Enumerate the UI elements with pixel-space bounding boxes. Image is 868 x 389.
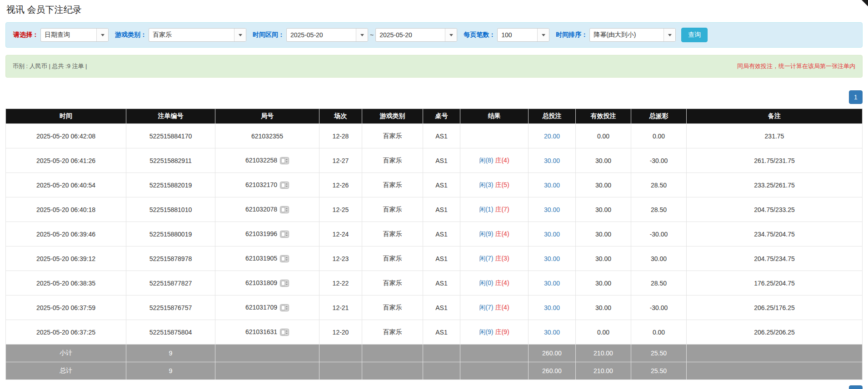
replay-icon[interactable] [280, 231, 289, 238]
cell-game-type: 百家乐 [362, 295, 423, 320]
replay-icon[interactable] [280, 329, 289, 336]
total-row-cell-result [460, 362, 529, 380]
query-type-combobox[interactable]: 日期查询 [40, 28, 109, 42]
game-type-value: 百家乐 [149, 31, 234, 39]
sort-order-label: 时间排序： [556, 31, 588, 39]
chevron-down-icon[interactable] [445, 29, 457, 41]
table-row: 2025-05-20 06:37:59522515876757621031709… [6, 295, 863, 320]
result-banker: 庄(3) [495, 255, 509, 262]
result-player: 闲(9) [479, 328, 493, 335]
replay-icon[interactable] [280, 255, 289, 262]
cell-bet-id: 522515880019 [126, 222, 215, 246]
total-bet-link[interactable]: 30.00 [544, 255, 560, 262]
total-row-cell-game-type [362, 362, 423, 380]
total-bet-link[interactable]: 30.00 [544, 304, 560, 311]
total-bet-link[interactable]: 30.00 [544, 280, 560, 287]
cell-valid-bet: 30.00 [576, 295, 631, 320]
result-banker: 庄(5) [495, 181, 509, 188]
search-button[interactable]: 查询 [681, 28, 708, 42]
result-player: 闲(0) [479, 279, 493, 286]
result-player: 闲(9) [479, 230, 493, 237]
cell-time: 2025-05-20 06:38:35 [6, 271, 126, 295]
subtotal-row-cell-payout: 25.50 [631, 345, 687, 362]
replay-icon[interactable] [280, 206, 289, 213]
cell-round: 621032258 [215, 148, 319, 173]
cell-remark: 204.75/233.25 [687, 197, 863, 222]
replay-icon[interactable] [280, 157, 289, 164]
cell-valid-bet: 30.00 [576, 148, 631, 173]
result-banker: 庄(7) [495, 206, 509, 213]
cell-round: 621031709 [215, 295, 319, 320]
replay-icon[interactable] [280, 304, 289, 311]
game-type-combobox[interactable]: 百家乐 [149, 28, 246, 42]
cell-remark: 231.75 [687, 124, 863, 148]
total-bet-link[interactable]: 30.00 [544, 182, 560, 189]
cell-payout: 0.00 [631, 320, 687, 345]
table-row: 2025-05-20 06:37:25522515875804621031631… [6, 320, 863, 345]
table-header-row: 时间注单编号局号场次游戏类别桌号结果总投注有效投注总派彩备注 [6, 109, 863, 124]
replay-icon[interactable] [280, 280, 289, 287]
replay-icon[interactable] [280, 182, 289, 189]
cell-round: 621032078 [215, 197, 319, 222]
cell-table-no: AS1 [423, 173, 460, 197]
cell-remark: 261.75/231.75 [687, 148, 863, 173]
cell-total-bet: 30.00 [529, 295, 576, 320]
cell-bet-id: 522515876757 [126, 295, 215, 320]
table-row: 2025-05-20 06:39:46522515880019621031996… [6, 222, 863, 246]
chevron-down-icon [239, 34, 242, 36]
cell-time: 2025-05-20 06:40:54 [6, 173, 126, 197]
chevron-down-icon[interactable] [537, 29, 549, 41]
sort-order-combobox[interactable]: 降幂(由大到小) [589, 28, 676, 42]
total-bet-link[interactable]: 30.00 [544, 231, 560, 238]
subtotal-row-cell-total-bet: 260.00 [529, 345, 576, 362]
total-bet-link[interactable]: 20.00 [544, 133, 560, 140]
cell-remark: 206.25/206.25 [687, 320, 863, 345]
cell-round: 621032170 [215, 173, 319, 197]
total-bet-link[interactable]: 30.00 [544, 157, 560, 164]
chevron-down-icon[interactable] [96, 29, 108, 41]
cell-round: 621031996 [215, 222, 319, 246]
cell-result: 闲(9) 庄(4) [460, 222, 529, 246]
subtotal-row-cell-label: 小计 [6, 345, 126, 362]
cell-total-bet: 30.00 [529, 197, 576, 222]
date-to-combobox[interactable]: 2025-05-20 [375, 28, 457, 42]
subtotal-row-cell-count: 9 [126, 345, 215, 362]
game-type-label: 游戏类别： [115, 31, 147, 39]
date-from-combobox[interactable]: 2025-05-20 [286, 28, 368, 42]
cell-result: 闲(9) 庄(9) [460, 320, 529, 345]
page-1-button[interactable]: 1 [849, 90, 863, 104]
cell-payout: 28.50 [631, 197, 687, 222]
currency-total-text: 币别 : 人民币 | 总共 :9 注单 | [13, 62, 87, 70]
cell-remark: 234.75/204.75 [687, 222, 863, 246]
range-separator: ~ [370, 31, 374, 39]
result-player: 闲(7) [479, 255, 493, 262]
chevron-down-icon[interactable] [663, 29, 675, 41]
chevron-down-icon[interactable] [356, 29, 368, 41]
column-header-4: 游戏类别 [362, 109, 423, 124]
table-row: 2025-05-20 06:42:08522515884170621032355… [6, 124, 863, 148]
cell-payout: 0.00 [631, 124, 687, 148]
chevron-down-icon[interactable] [234, 29, 246, 41]
cell-table-no: AS1 [423, 320, 460, 345]
subtotal-row-cell-result [460, 345, 529, 362]
cell-session: 12-28 [319, 124, 362, 148]
cell-valid-bet: 0.00 [576, 320, 631, 345]
total-bet-link[interactable]: 30.00 [544, 329, 560, 336]
cell-remark: 233.25/261.75 [687, 173, 863, 197]
cell-valid-bet: 30.00 [576, 197, 631, 222]
round-number: 621031631 [245, 328, 277, 335]
round-number: 621032170 [245, 181, 277, 188]
total-bet-link[interactable]: 30.00 [544, 206, 560, 213]
page-size-combobox[interactable]: 100 [497, 28, 549, 42]
cell-remark: 204.75/234.75 [687, 246, 863, 271]
table-row: 2025-05-20 06:40:18522515881010621032078… [6, 197, 863, 222]
page-1-button[interactable]: 1 [849, 385, 863, 389]
cell-payout: 30.00 [631, 246, 687, 271]
cell-bet-id: 522515881010 [126, 197, 215, 222]
cell-round: 621031809 [215, 271, 319, 295]
total-row-cell-round [215, 362, 319, 380]
cell-payout: 28.50 [631, 173, 687, 197]
cell-total-bet: 20.00 [529, 124, 576, 148]
filter-bar: 请选择： 日期查询 游戏类别： 百家乐 时间区间： 2025-05-20 ~ 2… [5, 22, 863, 48]
cell-table-no: AS1 [423, 271, 460, 295]
